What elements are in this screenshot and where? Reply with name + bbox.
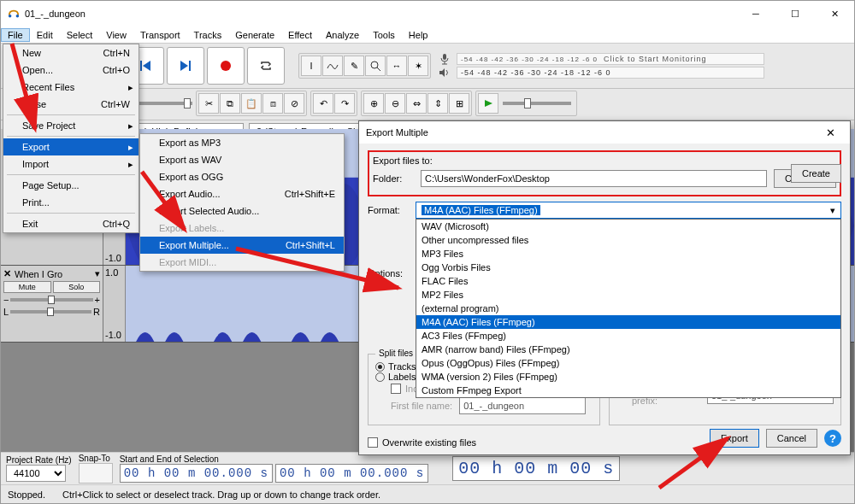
status-left: Stopped. (8, 489, 45, 500)
gain-slider-2[interactable] (10, 298, 92, 302)
export-selected[interactable]: Export Selected Audio... (140, 202, 344, 220)
export-ogg[interactable]: Export as OGG (140, 168, 344, 185)
export-mp3[interactable]: Export as MP3 (140, 134, 344, 151)
selection-tool-icon[interactable]: I (301, 56, 321, 76)
timeshift-tool-icon[interactable]: ↔ (386, 56, 407, 76)
play-speed-slider[interactable] (503, 102, 571, 105)
first-file-input (459, 397, 586, 414)
loop-button[interactable] (247, 47, 285, 85)
format-opt-mp2[interactable]: MP2 Files (416, 288, 840, 302)
format-opt-ac3[interactable]: AC3 Files (FFmpeg) (416, 329, 840, 343)
export-labels: Export Labels... (140, 220, 344, 237)
export-multiple[interactable]: Export Multiple...Ctrl+Shift+L (140, 237, 344, 254)
window-title: 01_-_dungeon (25, 9, 86, 19)
menu-transport[interactable]: Transport (133, 28, 187, 42)
menubar: File Edit Select View Transport Tracks G… (1, 26, 854, 44)
file-export[interactable]: Export (3, 138, 139, 155)
record-button[interactable] (207, 47, 245, 85)
menu-select[interactable]: Select (60, 28, 100, 42)
audio-position[interactable]: 00 h 00 m 00 s (452, 456, 620, 481)
minimize-button[interactable]: ─ (736, 1, 775, 26)
play-at-speed-icon[interactable] (478, 93, 498, 114)
pan-slider-2[interactable] (10, 310, 91, 314)
format-opt-other[interactable]: Other uncompressed files (416, 233, 840, 247)
track-2-close-icon[interactable]: ✕ (3, 268, 11, 279)
file-new[interactable]: NewCtrl+N (3, 44, 139, 62)
menu-edit[interactable]: Edit (30, 28, 60, 42)
create-button[interactable]: Create (791, 164, 841, 183)
zoom-tool-icon[interactable] (365, 56, 386, 76)
menu-help[interactable]: Help (402, 28, 435, 42)
menu-file[interactable]: File (1, 28, 30, 42)
file-exit[interactable]: ExitCtrl+Q (3, 215, 139, 232)
track-2-panel[interactable]: ✕When I Gro▾ MuteSolo −+ LR (1, 266, 103, 342)
format-opt-opus[interactable]: Opus (OggOpus) Files (FFmpeg) (416, 356, 840, 370)
format-dropdown-list: WAV (Microsoft) Other uncompressed files… (416, 219, 841, 398)
menu-effect[interactable]: Effect (281, 28, 319, 42)
fit-project-icon[interactable]: ⇕ (428, 93, 448, 114)
draw-tool-icon[interactable]: ✎ (344, 56, 364, 76)
copy-icon[interactable]: ⧉ (220, 93, 240, 114)
project-rate-select[interactable]: 44100 (6, 465, 66, 482)
solo-button-2[interactable]: Solo (53, 281, 101, 293)
paste-icon[interactable]: 📋 (241, 93, 262, 114)
options-label: Options: (368, 268, 409, 278)
silence-icon[interactable]: ⊘ (284, 93, 304, 114)
menu-generate[interactable]: Generate (228, 28, 281, 42)
file-close[interactable]: CloseCtrl+W (3, 96, 139, 113)
selection-end[interactable]: 00 h 00 m 00.000 s (275, 464, 428, 483)
format-opt-mp3[interactable]: MP3 Files (416, 247, 840, 261)
svg-marker-7 (143, 61, 150, 71)
format-opt-amr[interactable]: AMR (narrow band) Files (FFmpeg) (416, 343, 840, 356)
help-icon[interactable]: ? (824, 430, 841, 447)
dialog-close-icon[interactable]: ✕ (817, 126, 843, 139)
export-wav[interactable]: Export as WAV (140, 151, 344, 168)
skip-end-button[interactable] (167, 47, 204, 85)
format-select[interactable]: M4A (AAC) Files (FFmpeg)▾ (416, 202, 841, 219)
format-opt-m4a[interactable]: M4A (AAC) Files (FFmpeg) (416, 315, 840, 329)
mute-button-2[interactable]: Mute (3, 281, 51, 293)
multi-tool-icon[interactable]: ✶ (408, 56, 428, 76)
format-opt-external[interactable]: (external program) (416, 302, 840, 315)
svg-rect-9 (189, 61, 191, 71)
trim-icon[interactable]: ⧈ (262, 93, 283, 114)
svg-marker-8 (180, 61, 188, 71)
file-import[interactable]: Import (3, 155, 139, 173)
close-button[interactable]: ✕ (815, 1, 854, 26)
svg-point-11 (371, 62, 378, 68)
redo-icon[interactable]: ↷ (334, 93, 355, 114)
svg-line-12 (377, 67, 380, 71)
zoom-out-icon[interactable]: ⊖ (385, 93, 405, 114)
menu-view[interactable]: View (99, 28, 133, 42)
cut-icon[interactable]: ✂ (198, 93, 219, 114)
zoom-in-icon[interactable]: ⊕ (363, 93, 384, 114)
zoom-toggle-icon[interactable]: ⊞ (449, 93, 469, 114)
file-print[interactable]: Print... (3, 194, 139, 211)
fit-selection-icon[interactable]: ⇔ (406, 93, 427, 114)
envelope-tool-icon[interactable] (322, 56, 343, 76)
cancel-button[interactable]: Cancel (766, 429, 817, 448)
format-label: Format: (368, 205, 409, 215)
menu-tracks[interactable]: Tracks (187, 28, 229, 42)
format-opt-wav[interactable]: WAV (Microsoft) (416, 220, 840, 233)
snap-to-toggle[interactable] (79, 463, 113, 483)
format-opt-flac[interactable]: FLAC Files (416, 274, 840, 288)
svg-point-1 (16, 15, 20, 18)
selection-start[interactable]: 00 h 00 m 00.000 s (120, 464, 273, 483)
format-opt-ogg[interactable]: Ogg Vorbis Files (416, 261, 840, 274)
undo-icon[interactable]: ↶ (313, 93, 333, 114)
export-button[interactable]: Export (710, 429, 759, 448)
menu-tools[interactable]: Tools (366, 28, 402, 42)
file-page-setup[interactable]: Page Setup... (3, 177, 139, 194)
format-opt-custom[interactable]: Custom FFmpeg Export (416, 384, 840, 397)
recording-meter[interactable]: -54 -48 -42 -36 -30 -24 -18 -12 -6 0 Cli… (438, 53, 764, 65)
format-opt-wma[interactable]: WMA (version 2) Files (FFmpeg) (416, 370, 840, 384)
menu-analyze[interactable]: Analyze (319, 28, 366, 42)
file-save-project[interactable]: Save Project (3, 117, 139, 134)
file-recent[interactable]: Recent Files (3, 79, 139, 96)
file-open[interactable]: Open...Ctrl+O (3, 62, 139, 79)
playback-meter[interactable]: -54 -48 -42 -36 -30 -24 -18 -12 -6 0 (438, 67, 764, 79)
export-audio[interactable]: Export Audio...Ctrl+Shift+E (140, 185, 344, 202)
maximize-button[interactable]: ☐ (775, 1, 815, 26)
folder-input[interactable] (421, 170, 767, 187)
